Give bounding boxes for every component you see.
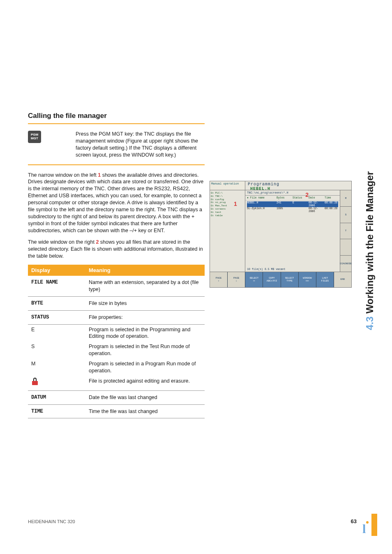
ss-right-slot: DIAGNOSE (340, 256, 351, 272)
ss-softkey[interactable]: COPYABC▸XYZ (263, 272, 281, 287)
ss-softkey[interactable]: PAGE⇩ (228, 272, 245, 287)
main-content: Calling the file manager PGM MGT Press t… (28, 112, 205, 418)
ss-softkey-row: PAGE⇧PAGE⇩SELECT▭COPYABC▸XYZSELECTTYPEWI… (210, 272, 351, 287)
ss-tree-item: ⊟☐ nc_prog (211, 201, 244, 204)
ss-right-column: MSTDIAGNOSE (340, 190, 351, 272)
key-description-row: PGM MGT Press the PGM MGT key: the TNC d… (28, 131, 205, 159)
ss-softkey[interactable]: PAGE⇧ (210, 272, 228, 287)
ss-right-slot: T (340, 223, 351, 240)
ss-mode-label: Manual operation (210, 181, 245, 190)
table-row: DATUMDate the file was last changed (28, 390, 205, 404)
ss-directory-tree: 1 ⊟☐ PLC:\⊟☐ TNC:\ ⊟☐ config ⊟☐ nc_prog … (210, 190, 245, 272)
ss-col-header: Bytes (277, 196, 290, 199)
ss-column-headers: ♦ File nameBytesStatusDateTime (245, 196, 340, 201)
ss-softkey[interactable]: END (334, 272, 351, 287)
heading-rule (28, 123, 205, 124)
ss-tree-item: ⊟☐ config (211, 198, 244, 201)
ss-col-header: Status (293, 196, 306, 199)
side-section-number: 4.3 (364, 316, 375, 330)
footer-page-number: 63 (351, 518, 357, 524)
ss-path: TNC:\nc_prog\screens\*.H (245, 190, 340, 196)
page-footer: HEIDENHAIN TNC 320 63 (28, 518, 357, 524)
file-info-table: Display Meaning FILE NAMEName with an ex… (28, 265, 205, 418)
ss-softkey[interactable]: SELECTTYPE (281, 272, 299, 287)
ss-right-slot: M (340, 190, 351, 207)
ss-col-header: Time (325, 196, 338, 199)
ss-tree-item: ⊟☐ TNC:\ (211, 195, 244, 198)
ss-tree-item: ⊟☐ Man_Test (211, 204, 244, 208)
key-icon-line2: MGT (30, 137, 39, 141)
ss-title: Programming HEBEL.H (245, 181, 351, 190)
ss-status-line: 10 file(s) 8.5 MB vacant (247, 268, 286, 271)
info-corner-icon: l (361, 514, 377, 536)
section-heading: Calling the file manager (28, 112, 205, 120)
table-head-display: Display (28, 265, 85, 276)
table-row: File is protected against editing and er… (28, 376, 205, 390)
ss-tree-item: ⊟☐ screens (211, 208, 244, 211)
ss-callout-1: 1 (234, 200, 237, 208)
footer-product: HEIDENHAIN TNC 320 (28, 519, 75, 524)
ss-col-header: ♦ File name (247, 196, 274, 199)
ss-tree-item: ⊟☐ test (211, 211, 244, 214)
table-row: EProgram is selected in the Programming … (28, 324, 205, 342)
ss-callout-2: 2 (305, 192, 309, 198)
paragraph-2: The wide window on the right 2 shows you… (28, 239, 205, 260)
lock-icon (31, 378, 39, 385)
ss-tree-item: ⊟☐ table (211, 214, 244, 217)
ss-right-slot: S (340, 207, 351, 223)
table-row: FILE NAMEName with an extension, separat… (28, 276, 205, 296)
ss-file-rows: HEBEL.H241E08-12-200608:08:28SL-Zyklen.H… (245, 201, 340, 214)
side-section-title: Working with the File Manager (364, 171, 375, 314)
ss-tree-item: ⊟☐ PLC:\ (211, 192, 244, 195)
ss-file-row: SL-Zyklen.H189508-12-200608:08:28 (247, 207, 338, 213)
file-manager-screenshot: Manual operation Programming HEBEL.H 1 ⊟… (210, 181, 352, 288)
pgm-mgt-key-icon: PGM MGT (28, 131, 41, 143)
ss-softkey[interactable]: LASTFILES (316, 272, 334, 287)
table-row: SProgram is selected in the Test Run mod… (28, 342, 205, 359)
ss-softkey[interactable]: SELECT▭ (245, 272, 263, 287)
table-row: MProgram is selected in a Program Run mo… (28, 359, 205, 376)
section-rule (28, 164, 205, 165)
ss-softkey[interactable]: WINDOW▭▭ (299, 272, 316, 287)
paragraph-1: The narrow window on the left 1 shows th… (28, 172, 205, 234)
ss-file-pane: 2 TNC:\nc_prog\screens\*.H ♦ File nameBy… (245, 190, 340, 272)
ss-right-slot (340, 239, 351, 256)
side-section-header: 4.3 Working with the File Manager (363, 111, 376, 390)
table-row: STATUSFile properties: (28, 310, 205, 324)
table-head-meaning: Meaning (85, 265, 205, 276)
ss-file-row: HEBEL.H241E08-12-200608:08:28 (247, 201, 338, 207)
table-row: BYTEFile size in bytes (28, 296, 205, 310)
table-row: TIMETime the file was last changed (28, 404, 205, 418)
key-description-text: Press the PGM MGT key: the TNC displays … (47, 131, 205, 159)
ss-col-header: Date (309, 196, 322, 199)
